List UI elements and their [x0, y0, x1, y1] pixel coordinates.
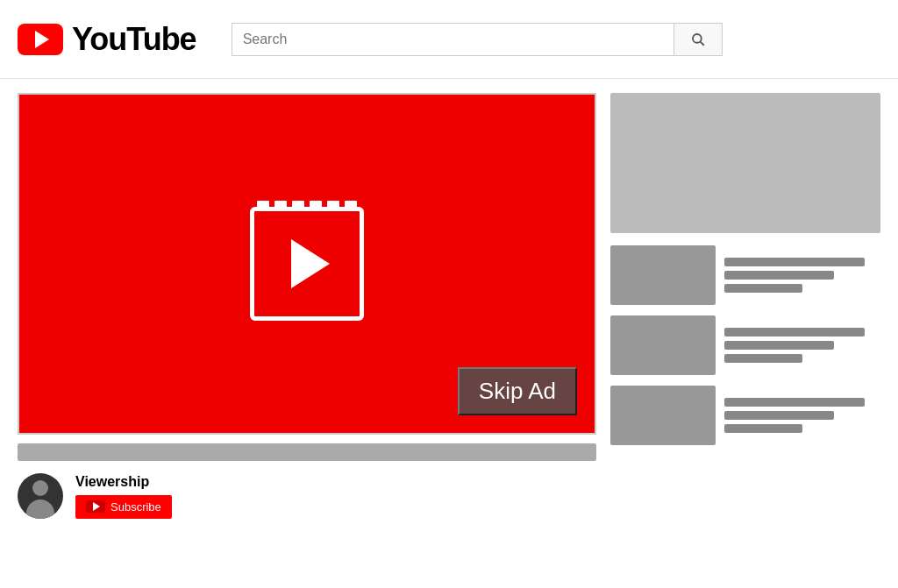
subscribe-label: Subscribe — [110, 500, 161, 514]
video-player: Skip Ad — [18, 93, 596, 435]
banner-ad — [610, 93, 880, 233]
film-icon — [250, 207, 364, 321]
channel-info: Viewership Subscribe — [18, 473, 596, 519]
list-item — [610, 245, 880, 305]
svg-line-1 — [700, 41, 703, 45]
subscribe-button[interactable]: Subscribe — [75, 495, 172, 519]
search-input[interactable] — [232, 23, 674, 56]
youtube-logo-icon — [18, 24, 63, 55]
meta-channel — [724, 271, 834, 280]
channel-name: Viewership — [75, 474, 172, 490]
suggested-meta — [724, 315, 880, 375]
meta-channel — [724, 411, 834, 420]
film-strip-6 — [345, 201, 357, 209]
film-border — [250, 207, 364, 321]
suggested-meta — [724, 245, 880, 305]
meta-views — [724, 354, 802, 363]
film-strip-2 — [274, 201, 287, 209]
meta-title — [724, 398, 865, 407]
suggested-thumbnail[interactable] — [610, 386, 716, 445]
film-strip-4 — [310, 201, 322, 209]
video-progress-bar[interactable] — [18, 443, 596, 461]
main-content: Skip Ad Viewership Subscribe — [0, 79, 898, 588]
meta-channel — [724, 341, 834, 350]
meta-views — [724, 424, 802, 433]
list-item — [610, 386, 880, 445]
search-button[interactable] — [674, 23, 723, 56]
film-strip-3 — [292, 201, 304, 209]
right-column — [610, 93, 880, 574]
play-triangle-icon — [291, 239, 330, 288]
left-column: Skip Ad Viewership Subscribe — [18, 93, 596, 574]
suggested-thumbnail[interactable] — [610, 315, 716, 375]
channel-details: Viewership Subscribe — [75, 474, 172, 519]
suggested-meta — [724, 386, 880, 445]
list-item — [610, 315, 880, 375]
logo-area: YouTube — [18, 21, 196, 58]
meta-title — [724, 328, 865, 337]
film-strip-5 — [327, 201, 339, 209]
svg-point-0 — [693, 34, 702, 43]
film-strip-1 — [257, 201, 269, 209]
header: YouTube — [0, 0, 898, 79]
logo-text: YouTube — [72, 21, 196, 58]
avatar — [18, 473, 63, 519]
search-area — [232, 23, 723, 56]
suggested-thumbnail[interactable] — [610, 245, 716, 305]
suggested-list — [610, 245, 880, 445]
film-strips — [254, 201, 360, 209]
meta-title — [724, 258, 865, 266]
meta-views — [724, 284, 802, 293]
skip-ad-button[interactable]: Skip Ad — [458, 367, 577, 415]
subscribe-yt-icon — [86, 500, 105, 513]
avatar-image — [18, 473, 63, 519]
